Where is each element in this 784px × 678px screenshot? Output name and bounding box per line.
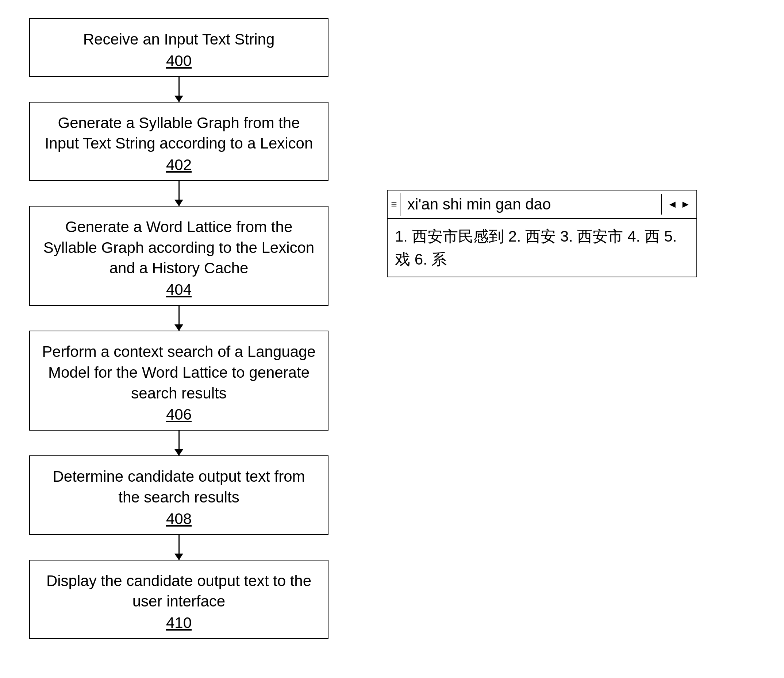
candidate-6-number: 6. xyxy=(415,251,432,268)
step-404-number: 404 xyxy=(41,281,317,299)
step-404-text: Generate a Word Lattice from the Syllabl… xyxy=(44,218,314,277)
step-406-box: Perform a context search of a Language M… xyxy=(29,331,328,431)
step-406-text: Perform a context search of a Language M… xyxy=(42,343,315,401)
step-400-text: Receive an Input Text String xyxy=(83,31,275,48)
candidate-3-text[interactable]: 西安市 xyxy=(577,228,623,245)
candidate-1-number: 1. xyxy=(395,228,412,245)
candidate-4-number: 4. xyxy=(627,228,645,245)
nav-left-arrow[interactable]: ◄ xyxy=(667,199,678,210)
arrow-1 xyxy=(179,77,180,102)
step-402-number: 402 xyxy=(41,156,317,174)
input-text-display[interactable]: xi'an shi min gan dao xyxy=(401,190,661,218)
step-410-box: Display the candidate output text to the… xyxy=(29,560,328,639)
arrow-4 xyxy=(179,431,180,456)
candidate-5-text[interactable]: 戏 xyxy=(395,251,410,268)
candidate-2-number: 2. xyxy=(508,228,525,245)
nav-right-arrow[interactable]: ► xyxy=(680,199,691,210)
candidate-5-number: 5. xyxy=(664,228,677,245)
step-406-number: 406 xyxy=(41,406,317,423)
step-402-box: Generate a Syllable Graph from the Input… xyxy=(29,102,328,181)
candidate-6-text[interactable]: 系 xyxy=(431,251,447,268)
candidate-row: 1. 西安市民感到 2. 西安 3. 西安市 4. 西 5. 戏 6. 系 xyxy=(387,219,696,277)
candidate-4-text[interactable]: 西 xyxy=(645,228,660,245)
input-icon: ≡ xyxy=(387,193,401,216)
step-400-box: Receive an Input Text String 400 xyxy=(29,18,328,77)
step-404-box: Generate a Word Lattice from the Syllabl… xyxy=(29,206,328,306)
step-410-text: Display the candidate output text to the… xyxy=(47,572,311,610)
step-410-number: 410 xyxy=(41,614,317,632)
step-408-box: Determine candidate output text from the… xyxy=(29,456,328,535)
arrow-3 xyxy=(179,306,180,331)
step-408-text: Determine candidate output text from the… xyxy=(53,468,305,506)
nav-arrows[interactable]: ◄ ► xyxy=(661,194,696,215)
candidate-1-text[interactable]: 西安市民感到 xyxy=(412,228,504,245)
candidate-3-number: 3. xyxy=(560,228,577,245)
icon-glyph: ≡ xyxy=(391,199,397,210)
arrow-2 xyxy=(179,181,180,206)
candidate-2-text[interactable]: 西安 xyxy=(525,228,556,245)
step-408-number: 408 xyxy=(41,510,317,528)
arrow-5 xyxy=(179,535,180,560)
input-panel: ≡ xi'an shi min gan dao ◄ ► 1. 西安市民感到 2.… xyxy=(387,190,697,277)
input-field-row: ≡ xi'an shi min gan dao ◄ ► xyxy=(387,190,696,219)
flowchart: Receive an Input Text String 400 Generat… xyxy=(22,18,336,639)
step-400-number: 400 xyxy=(41,52,317,70)
step-402-text: Generate a Syllable Graph from the Input… xyxy=(45,114,313,152)
